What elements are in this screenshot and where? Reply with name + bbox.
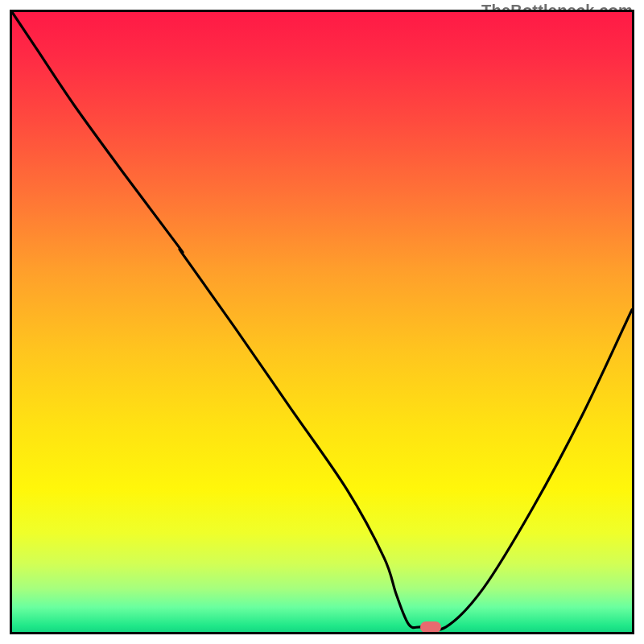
- plot-area: [10, 10, 634, 634]
- bottleneck-chart: TheBottleneck.com: [0, 0, 644, 644]
- curve-layer: [12, 12, 632, 632]
- bottleneck-curve: [12, 12, 632, 630]
- optimal-point-marker: [420, 621, 441, 633]
